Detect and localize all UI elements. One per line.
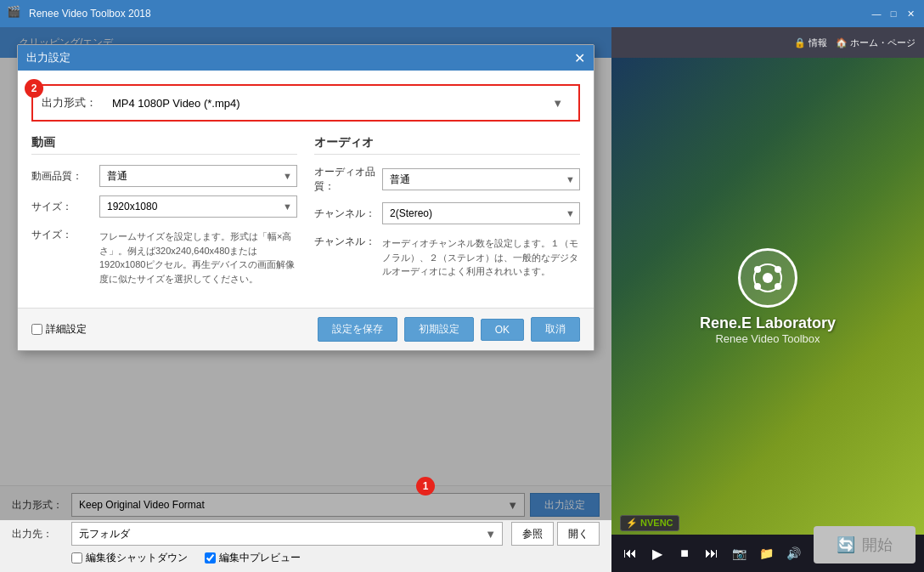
channel-desc-label: チャンネル： — [314, 233, 382, 249]
dialog-body: 2 出力形式： MP4 1080P Video (*.mp4) ▼ — [18, 71, 594, 308]
channel-description: オーディオチャンネル数を設定します。１（モノラル）、２（ステレオ）は、一般的なデ… — [382, 236, 580, 279]
channel-row: チャンネル： 2(Stereo) ▼ — [314, 202, 580, 224]
svg-point-1 — [763, 273, 773, 283]
dest-select-wrap: 元フォルダ ▼ — [71, 522, 503, 546]
channel-label: チャンネル： — [314, 207, 382, 221]
brand-subtitle: Renee Video Toolbox — [715, 332, 820, 345]
preview-label: 編集中プレビュー — [219, 551, 301, 565]
lock-icon: 🔒 — [794, 37, 806, 48]
detail-settings-label: 詳細設定 — [31, 322, 87, 337]
dialog-format-row: 出力形式： MP4 1080P Video (*.mp4) ▼ — [31, 84, 580, 122]
video-quality-select-wrap: 普通 ▼ — [99, 165, 297, 187]
browse-button[interactable]: 参照 — [511, 522, 554, 546]
app-window: 🎬 Renee Video Toolbox 2018 — □ ✕ クリッピング/… — [0, 0, 924, 572]
brand-logo-circle — [738, 248, 797, 308]
audio-quality-select-wrap: 普通 ▼ — [382, 168, 580, 190]
shutdown-checkbox-label: 編集後シャットダウン — [71, 551, 188, 565]
info-button[interactable]: 🔒 情報 — [794, 37, 827, 49]
dialog-title: 出力設定 — [26, 50, 70, 65]
video-col: 動画 動画品質： 普通 ▼ — [31, 135, 297, 294]
start-button[interactable]: 🔄 開始 — [814, 526, 916, 564]
title-bar: 🎬 Renee Video Toolbox 2018 — □ ✕ — [0, 0, 924, 27]
main-content: クリッピング/エンデ 1 出力形式： Keep Original Video F… — [0, 27, 924, 572]
step1-badge: 1 — [416, 477, 435, 496]
channel-select[interactable]: 2(Stereo) — [382, 202, 580, 224]
output-settings-dialog: 出力設定 ✕ 2 出力形式： — [17, 44, 594, 351]
left-panel: クリッピング/エンデ 1 出力形式： Keep Original Video F… — [0, 27, 611, 572]
svg-point-4 — [754, 283, 761, 290]
brand-logo-icon — [751, 261, 785, 295]
video-size-row: サイズ： 1920x1080 ▼ — [31, 195, 297, 218]
video-size-label: サイズ： — [31, 200, 99, 214]
dest-label: 出力先： — [12, 527, 71, 541]
reset-button[interactable]: 初期設定 — [404, 317, 474, 342]
audio-section-title: オーディオ — [314, 135, 580, 155]
video-quality-select[interactable]: 普通 — [99, 165, 297, 187]
channel-desc-row: チャンネル： オーディオチャンネル数を設定します。１（モノラル）、２（ステレオ）… — [314, 233, 580, 279]
audio-quality-label: オーディオ品質： — [314, 165, 382, 194]
nvenc-text: NVENC — [640, 518, 673, 528]
dialog-format-label: 出力形式： — [42, 95, 97, 110]
dialog-format-select-wrap: MP4 1080P Video (*.mp4) ▼ — [105, 91, 570, 115]
cancel-button[interactable]: 取消 — [531, 317, 580, 342]
svg-point-2 — [754, 266, 761, 273]
detail-settings-text: 詳細設定 — [46, 322, 87, 337]
video-size-desc-row: サイズ： フレームサイズを設定します。形式は「幅×高さ」。例えば320x240,… — [31, 226, 297, 286]
skip-back-icon[interactable]: ⏮ — [620, 546, 640, 561]
video-section-title: 動画 — [31, 135, 297, 155]
dialog-footer: 詳細設定 設定を保存 初期設定 OK 取消 — [18, 308, 594, 350]
refresh-icon: 🔄 — [837, 535, 855, 554]
shutdown-label: 編集後シャットダウン — [86, 551, 188, 565]
volume-icon[interactable]: 🔊 — [783, 547, 803, 560]
video-size-select[interactable]: 1920x1080 — [99, 195, 297, 218]
camera-icon[interactable]: 📷 — [729, 547, 749, 560]
video-size-select-wrap: 1920x1080 ▼ — [99, 195, 297, 218]
start-label: 開始 — [862, 535, 893, 555]
dest-select[interactable]: 元フォルダ — [71, 522, 503, 546]
window-controls: — □ ✕ — [870, 7, 917, 20]
dialog-titlebar: 出力設定 ✕ — [18, 45, 594, 71]
channel-select-wrap: 2(Stereo) ▼ — [382, 202, 580, 224]
home-button[interactable]: 🏠 ホーム・ページ — [836, 37, 916, 49]
close-icon[interactable]: ✕ — [904, 7, 917, 20]
dialog-overlay: 出力設定 ✕ 2 出力形式： — [0, 27, 611, 520]
save-settings-button[interactable]: 設定を保存 — [318, 317, 397, 342]
folder-icon[interactable]: 📁 — [756, 547, 776, 560]
video-quality-label: 動画品質： — [31, 169, 99, 184]
home-label: ホーム・ページ — [850, 37, 916, 49]
dialog-close-icon[interactable]: ✕ — [574, 50, 585, 66]
dest-row: 出力先： 元フォルダ ▼ 参照 開く — [12, 522, 600, 546]
step2-badge: 2 — [25, 79, 43, 98]
settings-columns: 動画 動画品質： 普通 ▼ — [31, 135, 580, 294]
video-quality-row: 動画品質： 普通 ▼ — [31, 165, 297, 187]
home-icon: 🏠 — [836, 37, 848, 48]
info-label: 情報 — [808, 37, 827, 49]
dialog-format-select[interactable]: MP4 1080P Video (*.mp4) — [105, 91, 570, 115]
checkbox-row: 編集後シャットダウン 編集中プレビュー — [12, 551, 600, 565]
audio-quality-select[interactable]: 普通 — [382, 168, 580, 190]
detail-settings-checkbox[interactable] — [31, 324, 42, 335]
ok-button[interactable]: OK — [481, 319, 524, 341]
video-size-description: フレームサイズを設定します。形式は「幅×高さ」。例えば320x240,640x4… — [99, 229, 297, 286]
skip-forward-icon[interactable]: ⏭ — [701, 546, 722, 561]
app-title: Renee Video Toolbox 2018 — [29, 8, 870, 20]
video-brand-area: Rene.E Laboratory Renee Video Toolbox — [700, 248, 836, 345]
right-panel: 🔒 情報 🏠 ホーム・ページ — [611, 27, 924, 572]
audio-quality-row: オーディオ品質： 普通 ▼ — [314, 165, 580, 194]
svg-point-3 — [775, 266, 781, 273]
shutdown-checkbox[interactable] — [71, 552, 82, 564]
app-logo-icon: 🎬 — [7, 5, 24, 22]
right-top-bar: 🔒 情報 🏠 ホーム・ページ — [611, 27, 924, 58]
restore-icon[interactable]: □ — [887, 7, 900, 20]
nvenc-icon: ⚡ — [626, 518, 638, 528]
audio-col: オーディオ オーディオ品質： 普通 ▼ — [314, 135, 580, 294]
preview-checkbox-label: 編集中プレビュー — [205, 551, 301, 565]
video-size-desc-label: サイズ： — [31, 226, 99, 242]
video-preview: Rene.E Laboratory Renee Video Toolbox — [611, 58, 924, 535]
brand-name: Rene.E Laboratory — [700, 314, 836, 332]
minimize-icon[interactable]: — — [870, 7, 883, 20]
stop-icon[interactable]: ■ — [674, 546, 695, 561]
preview-checkbox[interactable] — [205, 552, 216, 564]
play-icon[interactable]: ▶ — [647, 546, 668, 562]
open-button[interactable]: 開く — [557, 522, 600, 546]
